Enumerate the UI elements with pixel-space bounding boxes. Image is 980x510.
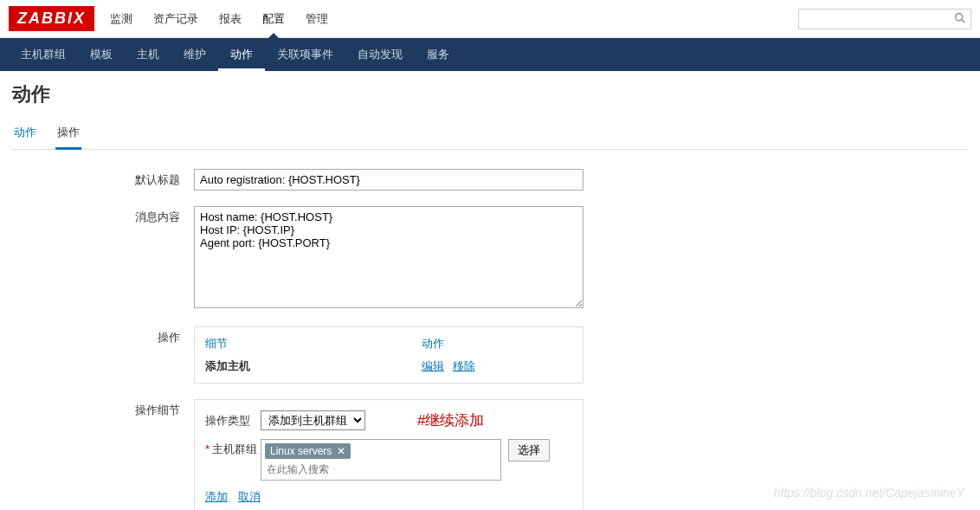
operation-detail-box: 操作类型 添加到主机群组 #继续添加 *主机群组 Linux servers✕ (194, 399, 583, 510)
subnav-templates[interactable]: 模板 (78, 38, 125, 71)
default-title-label: 默认标题 (12, 169, 194, 188)
hostgroup-tag: Linux servers✕ (265, 443, 351, 459)
form: 默认标题 消息内容 操作 细节 动作 添加主机 (12, 169, 791, 510)
op-type-label: 操作类型 (205, 410, 261, 429)
operations-label: 操作 (12, 326, 194, 345)
topnav-admin[interactable]: 管理 (306, 1, 328, 37)
top-bar: ZABBIX 监测 资产记录 报表 配置 管理 (0, 0, 980, 38)
subnav-services[interactable]: 服务 (415, 38, 461, 71)
svg-point-0 (956, 13, 963, 20)
svg-line-1 (962, 19, 964, 22)
operation-row: 添加主机 编辑 移除 (205, 358, 572, 374)
select-button[interactable]: 选择 (508, 439, 550, 462)
topnav-config[interactable]: 配置 (262, 1, 285, 37)
search-box[interactable] (798, 9, 971, 29)
op-row-detail: 添加主机 (205, 358, 422, 374)
tab-action[interactable]: 动作 (12, 118, 38, 149)
hostgroup-label: *主机群组 (205, 439, 261, 457)
detail-cancel-link[interactable]: 取消 (238, 490, 261, 503)
op-remove-link[interactable]: 移除 (453, 359, 475, 372)
message-label: 消息内容 (12, 206, 194, 225)
op-edit-link[interactable]: 编辑 (422, 359, 444, 372)
subnav-discovery[interactable]: 自动发现 (345, 38, 415, 71)
topnav-inventory[interactable]: 资产记录 (153, 1, 198, 37)
detail-actions: 添加 取消 (205, 489, 572, 505)
subnav-hostgroups[interactable]: 主机群组 (9, 38, 78, 71)
page-content: 动作 动作 操作 默认标题 消息内容 操作 细节 动作 (0, 71, 980, 510)
default-title-input[interactable] (194, 169, 583, 190)
hostgroup-search-input[interactable] (265, 461, 497, 478)
logo: ZABBIX (9, 6, 94, 31)
annotation-text: #继续添加 (417, 410, 484, 430)
op-type-select[interactable]: 添加到主机群组 (261, 410, 365, 430)
top-nav: 监测 资产记录 报表 配置 管理 (110, 1, 798, 37)
message-textarea[interactable] (194, 206, 583, 308)
search-input[interactable] (804, 13, 954, 25)
detail-add-link[interactable]: 添加 (205, 490, 228, 503)
operation-detail-label: 操作细节 (12, 399, 194, 418)
hostgroup-tagbox[interactable]: Linux servers✕ (261, 439, 501, 481)
watermark: https://blog.csdn.net/CapejasmineY (774, 486, 964, 500)
subnav-actions[interactable]: 动作 (218, 38, 265, 71)
search-icon[interactable] (954, 12, 965, 26)
sub-nav: 主机群组 模板 主机 维护 动作 关联项事件 自动发现 服务 (0, 38, 980, 71)
page-title: 动作 (12, 81, 968, 107)
required-star: * (205, 442, 210, 455)
tab-operation[interactable]: 操作 (55, 118, 81, 150)
op-head-detail: 细节 (205, 336, 422, 352)
operations-table: 细节 动作 添加主机 编辑 移除 (194, 326, 583, 384)
form-tabs: 动作 操作 (12, 118, 968, 150)
subnav-hosts[interactable]: 主机 (125, 38, 171, 71)
topnav-reports[interactable]: 报表 (219, 1, 242, 37)
subnav-maintenance[interactable]: 维护 (171, 38, 218, 71)
subnav-correlation[interactable]: 关联项事件 (265, 38, 345, 71)
tag-remove-icon[interactable]: ✕ (337, 445, 345, 457)
op-head-action: 动作 (422, 336, 572, 352)
topnav-monitor[interactable]: 监测 (110, 1, 132, 37)
